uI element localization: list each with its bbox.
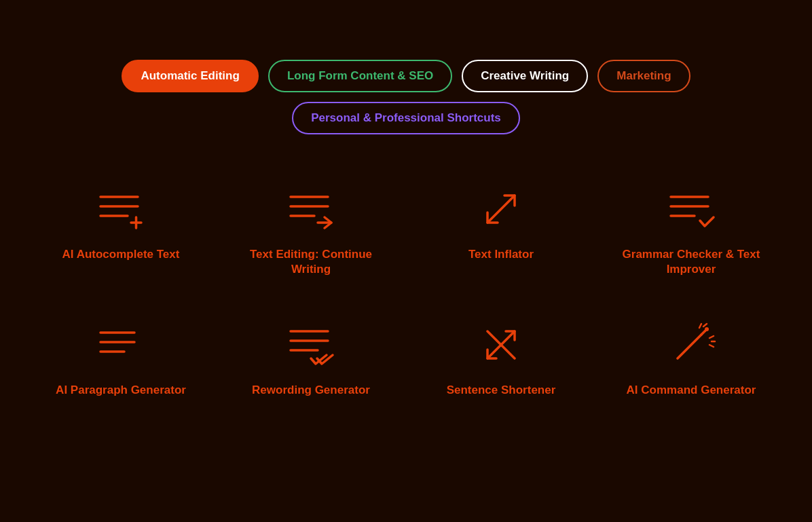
lines-plus-icon bbox=[94, 182, 148, 236]
svg-line-26 bbox=[709, 345, 714, 347]
tool-card-sentence-shortener[interactable]: Sentence Shortener bbox=[413, 304, 589, 405]
svg-point-23 bbox=[705, 327, 709, 331]
tab-creative-writing[interactable]: Creative Writing bbox=[462, 60, 588, 92]
lines-left-icon bbox=[94, 318, 148, 372]
lines-check-icon bbox=[664, 182, 718, 236]
tools-grid: AI Autocomplete Text Text Editing: Conti… bbox=[33, 168, 779, 405]
svg-line-9 bbox=[487, 195, 515, 223]
tab-marketing[interactable]: Marketing bbox=[597, 60, 690, 92]
tool-label-sentence-shortener: Sentence Shortener bbox=[447, 383, 556, 398]
tool-card-rewording[interactable]: Rewording Generator bbox=[223, 304, 399, 405]
svg-line-21 bbox=[678, 335, 701, 358]
tool-card-grammar-checker[interactable]: Grammar Checker & Text Improver bbox=[603, 168, 779, 284]
tool-label-text-editing: Text Editing: Continue Writing bbox=[229, 247, 392, 277]
arrows-cross-icon bbox=[474, 318, 528, 372]
tool-card-ai-paragraph[interactable]: AI Paragraph Generator bbox=[33, 304, 209, 405]
tool-label-grammar-checker: Grammar Checker & Text Improver bbox=[610, 247, 773, 277]
svg-line-27 bbox=[699, 324, 701, 328]
tool-label-ai-paragraph: AI Paragraph Generator bbox=[56, 383, 186, 398]
svg-line-24 bbox=[709, 336, 714, 338]
tool-card-text-editing[interactable]: Text Editing: Continue Writing bbox=[223, 168, 399, 284]
arrows-diagonal-icon bbox=[474, 182, 528, 236]
tabs-container: Automatic EditingLong Form Content & SEO… bbox=[27, 60, 785, 134]
lines-arrow-icon bbox=[284, 182, 338, 236]
tool-label-ai-command: AI Command Generator bbox=[627, 383, 756, 398]
lines-double-check-icon bbox=[284, 318, 338, 372]
tab-long-form-seo[interactable]: Long Form Content & SEO bbox=[268, 60, 452, 92]
svg-line-28 bbox=[703, 324, 707, 327]
tool-card-ai-command[interactable]: AI Command Generator bbox=[603, 304, 779, 405]
svg-line-22 bbox=[701, 331, 705, 335]
tool-label-ai-autocomplete: AI Autocomplete Text bbox=[62, 247, 180, 262]
tool-card-ai-autocomplete[interactable]: AI Autocomplete Text bbox=[33, 168, 209, 284]
wand-sparkle-icon bbox=[664, 318, 718, 372]
tool-label-text-inflator: Text Inflator bbox=[468, 247, 534, 262]
tab-automatic-editing[interactable]: Automatic Editing bbox=[122, 60, 258, 92]
tool-label-rewording: Rewording Generator bbox=[252, 383, 370, 398]
tab-personal-professional[interactable]: Personal & Professional Shortcuts bbox=[292, 102, 520, 134]
tool-card-text-inflator[interactable]: Text Inflator bbox=[413, 168, 589, 284]
page-container: Automatic EditingLong Form Content & SEO… bbox=[0, 0, 812, 522]
